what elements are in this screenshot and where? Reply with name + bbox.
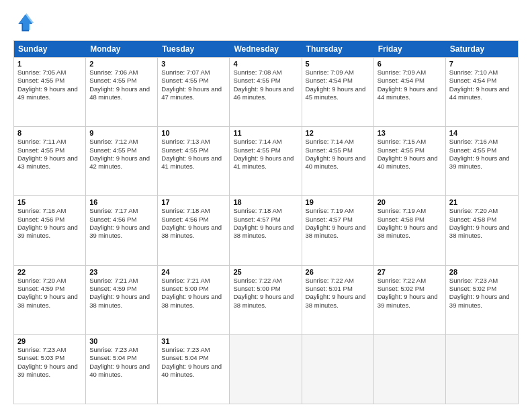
day-number: 10 — [161, 129, 226, 137]
sunrise-line: Sunrise: 7:18 AM — [233, 207, 298, 215]
sunrise-line: Sunrise: 7:08 AM — [233, 68, 298, 77]
sunset-line: Sunset: 4:55 PM — [161, 146, 226, 154]
sunset-line: Sunset: 5:02 PM — [378, 285, 442, 293]
sunrise-line: Sunrise: 7:23 AM — [161, 346, 226, 354]
daylight-line: Daylight: 9 hours and 47 minutes. — [161, 85, 226, 102]
day-number: 9 — [89, 129, 154, 137]
sunset-line: Sunset: 4:55 PM — [89, 146, 154, 154]
sunset-line: Sunset: 4:56 PM — [17, 216, 82, 224]
header — [13, 12, 519, 34]
sunrise-line: Sunrise: 7:16 AM — [449, 138, 515, 146]
sunset-line: Sunset: 4:55 PM — [449, 146, 515, 154]
day-cell-8: 8 Sunrise: 7:11 AM Sunset: 4:55 PM Dayli… — [14, 127, 86, 195]
day-cell-15: 15 Sunrise: 7:16 AM Sunset: 4:56 PM Dayl… — [14, 196, 86, 265]
day-cell-4: 4 Sunrise: 7:08 AM Sunset: 4:55 PM Dayli… — [230, 58, 302, 126]
svg-marker-1 — [19, 13, 34, 30]
day-number: 23 — [89, 268, 154, 276]
sunset-line: Sunset: 4:57 PM — [306, 216, 370, 224]
daylight-line: Daylight: 9 hours and 45 minutes. — [306, 85, 370, 102]
empty-cell — [374, 335, 446, 404]
day-number: 8 — [17, 129, 82, 137]
day-cell-25: 25 Sunrise: 7:22 AM Sunset: 5:00 PM Dayl… — [230, 266, 302, 334]
day-number: 29 — [17, 337, 82, 345]
day-number: 15 — [17, 198, 82, 206]
day-number: 25 — [233, 268, 298, 276]
sunrise-line: Sunrise: 7:13 AM — [161, 138, 226, 146]
sunrise-line: Sunrise: 7:22 AM — [378, 277, 442, 285]
sunset-line: Sunset: 4:55 PM — [89, 77, 154, 85]
sunset-line: Sunset: 4:55 PM — [233, 146, 298, 154]
sunrise-line: Sunrise: 7:22 AM — [233, 277, 298, 285]
day-cell-19: 19 Sunrise: 7:19 AM Sunset: 4:57 PM Dayl… — [302, 196, 374, 265]
day-number: 31 — [161, 337, 226, 345]
day-number: 1 — [17, 60, 82, 68]
daylight-line: Daylight: 9 hours and 44 minutes. — [449, 85, 515, 102]
sunset-line: Sunset: 5:02 PM — [449, 285, 515, 293]
day-number: 3 — [161, 60, 226, 68]
day-cell-11: 11 Sunrise: 7:14 AM Sunset: 4:55 PM Dayl… — [230, 127, 302, 195]
calendar-week-1: 1 Sunrise: 7:05 AM Sunset: 4:55 PM Dayli… — [14, 57, 518, 126]
calendar-header: SundayMondayTuesdayWednesdayThursdayFrid… — [14, 41, 518, 57]
day-cell-26: 26 Sunrise: 7:22 AM Sunset: 5:01 PM Dayl… — [302, 266, 374, 334]
sunrise-line: Sunrise: 7:17 AM — [89, 207, 154, 215]
daylight-line: Daylight: 9 hours and 38 minutes. — [161, 224, 226, 240]
day-header-thursday: Thursday — [302, 41, 374, 57]
calendar: SundayMondayTuesdayWednesdayThursdayFrid… — [13, 40, 519, 404]
day-header-saturday: Saturday — [446, 41, 518, 57]
daylight-line: Daylight: 9 hours and 38 minutes. — [306, 293, 370, 310]
sunset-line: Sunset: 4:55 PM — [233, 77, 298, 85]
daylight-line: Daylight: 9 hours and 43 minutes. — [17, 154, 82, 171]
sunset-line: Sunset: 4:55 PM — [378, 146, 442, 154]
empty-cell — [230, 335, 302, 404]
sunrise-line: Sunrise: 7:20 AM — [449, 207, 515, 215]
day-cell-27: 27 Sunrise: 7:22 AM Sunset: 5:02 PM Dayl… — [374, 266, 446, 334]
sunrise-line: Sunrise: 7:10 AM — [449, 68, 515, 77]
empty-cell — [302, 335, 374, 404]
day-number: 14 — [449, 129, 515, 137]
sunset-line: Sunset: 5:04 PM — [161, 354, 226, 362]
day-header-wednesday: Wednesday — [230, 41, 302, 57]
day-cell-23: 23 Sunrise: 7:21 AM Sunset: 4:59 PM Dayl… — [86, 266, 158, 334]
daylight-line: Daylight: 9 hours and 39 minutes. — [378, 293, 442, 310]
day-number: 17 — [161, 198, 226, 206]
sunrise-line: Sunrise: 7:23 AM — [17, 346, 82, 354]
daylight-line: Daylight: 9 hours and 38 minutes. — [378, 224, 442, 240]
day-number: 20 — [378, 198, 442, 206]
logo — [13, 12, 38, 34]
daylight-line: Daylight: 9 hours and 42 minutes. — [89, 154, 154, 171]
day-number: 5 — [306, 60, 370, 68]
daylight-line: Daylight: 9 hours and 38 minutes. — [306, 224, 370, 240]
sunrise-line: Sunrise: 7:19 AM — [378, 207, 442, 215]
daylight-line: Daylight: 9 hours and 38 minutes. — [233, 293, 298, 310]
day-cell-22: 22 Sunrise: 7:20 AM Sunset: 4:59 PM Dayl… — [14, 266, 86, 334]
sunrise-line: Sunrise: 7:06 AM — [89, 68, 154, 77]
daylight-line: Daylight: 9 hours and 39 minutes. — [449, 154, 515, 171]
day-cell-17: 17 Sunrise: 7:18 AM Sunset: 4:56 PM Dayl… — [158, 196, 230, 265]
daylight-line: Daylight: 9 hours and 46 minutes. — [233, 85, 298, 102]
day-cell-21: 21 Sunrise: 7:20 AM Sunset: 4:58 PM Dayl… — [446, 196, 518, 265]
sunset-line: Sunset: 5:00 PM — [161, 285, 226, 293]
day-cell-29: 29 Sunrise: 7:23 AM Sunset: 5:03 PM Dayl… — [14, 335, 86, 404]
day-number: 24 — [161, 268, 226, 276]
sunrise-line: Sunrise: 7:20 AM — [17, 277, 82, 285]
calendar-body: 1 Sunrise: 7:05 AM Sunset: 4:55 PM Dayli… — [14, 57, 518, 404]
sunset-line: Sunset: 4:56 PM — [161, 216, 226, 224]
day-number: 26 — [306, 268, 370, 276]
day-number: 18 — [233, 198, 298, 206]
day-cell-10: 10 Sunrise: 7:13 AM Sunset: 4:55 PM Dayl… — [158, 127, 230, 195]
sunrise-line: Sunrise: 7:12 AM — [89, 138, 154, 146]
sunrise-line: Sunrise: 7:15 AM — [378, 138, 442, 146]
sunset-line: Sunset: 4:56 PM — [89, 216, 154, 224]
day-header-monday: Monday — [86, 41, 158, 57]
day-cell-16: 16 Sunrise: 7:17 AM Sunset: 4:56 PM Dayl… — [86, 196, 158, 265]
daylight-line: Daylight: 9 hours and 39 minutes. — [449, 293, 515, 310]
sunset-line: Sunset: 4:55 PM — [306, 146, 370, 154]
sunset-line: Sunset: 4:55 PM — [17, 77, 82, 85]
day-cell-31: 31 Sunrise: 7:23 AM Sunset: 5:04 PM Dayl… — [158, 335, 230, 404]
sunrise-line: Sunrise: 7:14 AM — [306, 138, 370, 146]
day-cell-18: 18 Sunrise: 7:18 AM Sunset: 4:57 PM Dayl… — [230, 196, 302, 265]
day-number: 28 — [449, 268, 515, 276]
daylight-line: Daylight: 9 hours and 48 minutes. — [89, 85, 154, 102]
day-cell-7: 7 Sunrise: 7:10 AM Sunset: 4:54 PM Dayli… — [446, 58, 518, 126]
daylight-line: Daylight: 9 hours and 40 minutes. — [378, 154, 442, 171]
